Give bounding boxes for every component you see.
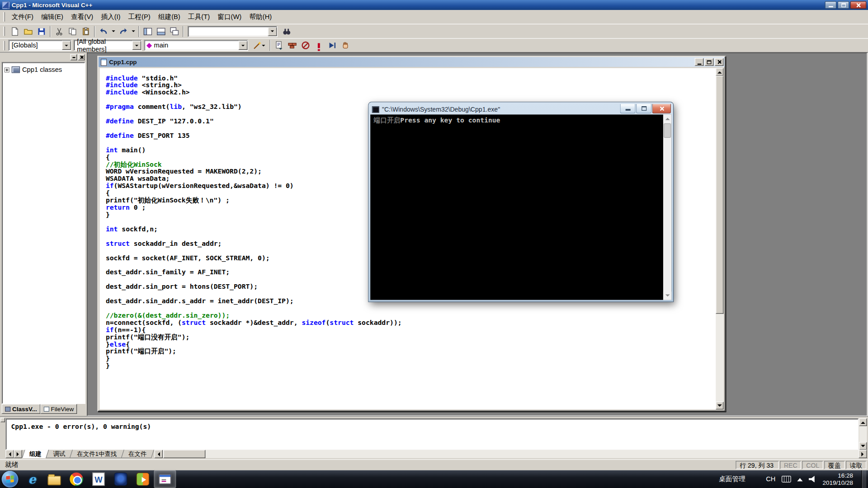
copy-button[interactable]: [66, 25, 79, 38]
console-title-bar[interactable]: "C:\Windows\System32\Debug\Cpp1.exe": [370, 104, 671, 114]
console-output[interactable]: 端口开启Press any key to continue: [370, 114, 671, 300]
menu-item[interactable]: 查看(V): [67, 11, 97, 23]
globals-combobox-arrow[interactable]: [62, 41, 71, 50]
globals-combobox[interactable]: [Globals]: [8, 40, 71, 51]
menu-item[interactable]: 工程(P): [124, 11, 154, 23]
output-vertical-scrollbar[interactable]: [859, 418, 867, 450]
console-window[interactable]: "C:\Windows\System32\Debug\Cpp1.exe" 端口开…: [369, 103, 673, 302]
output-log[interactable]: Cpp1.exe - 0 error(s), 0 warning(s): [5, 418, 859, 450]
find-combobox-arrow[interactable]: [268, 27, 277, 36]
menu-item[interactable]: 插入(I): [97, 11, 124, 23]
toolbar-grip[interactable]: [3, 41, 5, 50]
output-grip-button[interactable]: [0, 418, 5, 422]
editor-maximize-button[interactable]: [705, 58, 714, 66]
find-combobox[interactable]: [188, 26, 277, 37]
console-minimize-button[interactable]: [620, 104, 635, 113]
tab-classview[interactable]: ClassV...: [2, 404, 41, 414]
console-scroll-down-button[interactable]: [663, 291, 671, 300]
go-button[interactable]: [326, 39, 338, 52]
close-button[interactable]: [850, 1, 867, 9]
save-button[interactable]: [35, 25, 47, 38]
output-tab-4[interactable]: 在文件: [121, 450, 154, 458]
console-scrollbar[interactable]: [663, 114, 671, 300]
toggle-output-button[interactable]: [155, 25, 167, 38]
menu-item[interactable]: 工具(T): [184, 11, 213, 23]
editor-minimize-button[interactable]: [695, 58, 704, 66]
output-tab-1[interactable]: 组建: [22, 450, 49, 458]
new-file-button[interactable]: [8, 25, 21, 38]
output-horizontal-scrollbar[interactable]: [155, 450, 867, 458]
editor-vertical-scrollbar[interactable]: [716, 68, 723, 410]
menu-item[interactable]: 窗口(W): [214, 11, 245, 23]
scroll-down-button[interactable]: [859, 442, 867, 450]
menu-item[interactable]: 编辑(E): [37, 11, 67, 23]
console-scroll-up-button[interactable]: [663, 114, 671, 122]
members-combobox[interactable]: [All global members]: [74, 40, 142, 51]
menu-item[interactable]: 帮助(H): [245, 11, 276, 23]
classwizard-button[interactable]: [251, 39, 268, 52]
tray-clock[interactable]: 16:28 2019/10/28: [823, 472, 853, 486]
title-bar[interactable]: Cpp1 - Microsoft Visual C++: [0, 0, 868, 10]
window-list-button[interactable]: [168, 25, 180, 38]
keyboard-icon[interactable]: [782, 476, 791, 483]
execute-program-button[interactable]: [312, 39, 325, 52]
taskbar-ie-button[interactable]: e: [21, 470, 43, 488]
editor-close-button[interactable]: [715, 58, 724, 66]
scroll-down-button[interactable]: [716, 402, 723, 409]
desktop-manager-label[interactable]: 桌面管理: [719, 474, 745, 484]
taskbar-chrome-button[interactable]: [65, 470, 87, 488]
scroll-thumb[interactable]: [163, 450, 205, 458]
taskbar-explorer-button[interactable]: [43, 470, 66, 488]
function-combobox-arrow[interactable]: [239, 41, 248, 50]
insert-breakpoint-button[interactable]: [339, 39, 351, 52]
scroll-left-button[interactable]: [155, 450, 163, 458]
workspace-header[interactable]: [1, 54, 85, 61]
stop-build-button[interactable]: [299, 39, 311, 52]
function-combobox[interactable]: main: [144, 40, 248, 51]
console-scroll-thumb[interactable]: [664, 123, 671, 138]
taskbar-media-app-button[interactable]: [132, 470, 154, 488]
tab-scroll-right-button[interactable]: [14, 450, 22, 458]
workspace-pin-button[interactable]: [71, 54, 77, 60]
menu-item[interactable]: 文件(F): [8, 11, 37, 23]
taskbar-visual-cpp-button[interactable]: [154, 470, 176, 488]
volume-icon[interactable]: [809, 476, 816, 483]
cut-button[interactable]: [52, 25, 65, 38]
menu-item[interactable]: 组建(B): [154, 11, 184, 23]
build-button[interactable]: [286, 39, 298, 52]
paste-button[interactable]: [79, 25, 92, 38]
open-file-button[interactable]: [22, 25, 34, 38]
class-tree[interactable]: Cpp1 classes: [2, 62, 85, 404]
scroll-thumb[interactable]: [716, 76, 723, 314]
output-tab-2[interactable]: 调试: [46, 450, 73, 458]
output-grip[interactable]: [0, 417, 5, 459]
redo-dropdown[interactable]: [130, 25, 136, 38]
undo-dropdown[interactable]: [110, 25, 116, 38]
show-desktop-button[interactable]: [861, 470, 866, 488]
toolbar-grip[interactable]: [3, 27, 5, 36]
tree-item-cpp1-classes[interactable]: Cpp1 classes: [5, 66, 83, 74]
console-maximize-button[interactable]: [636, 104, 651, 113]
editor-title-bar[interactable]: Cpp1.cpp: [99, 57, 725, 67]
language-indicator[interactable]: CH: [766, 475, 775, 483]
start-button[interactable]: [2, 471, 19, 488]
scroll-right-button[interactable]: [859, 450, 867, 458]
console-close-button[interactable]: [652, 104, 671, 113]
undo-button[interactable]: [97, 25, 109, 38]
taskbar-navy-app-button[interactable]: [109, 470, 132, 488]
toggle-workspace-button[interactable]: [141, 25, 154, 38]
tab-scroll-left-button[interactable]: [5, 450, 14, 458]
toolbar-grip[interactable]: [3, 12, 5, 22]
scroll-up-button[interactable]: [859, 418, 867, 426]
output-tab-3[interactable]: 在文件1中查找: [70, 450, 124, 458]
workspace-close-button[interactable]: [78, 54, 85, 60]
minimize-button[interactable]: [825, 1, 836, 9]
compile-button[interactable]: [272, 39, 285, 52]
maximize-button[interactable]: [838, 1, 849, 9]
members-combobox-arrow[interactable]: [132, 41, 142, 50]
expand-plus-icon[interactable]: [5, 67, 9, 72]
scroll-up-button[interactable]: [716, 68, 723, 76]
taskbar-word-button[interactable]: W: [87, 470, 109, 488]
search-in-files-button[interactable]: [280, 25, 293, 38]
redo-button[interactable]: [117, 25, 129, 38]
